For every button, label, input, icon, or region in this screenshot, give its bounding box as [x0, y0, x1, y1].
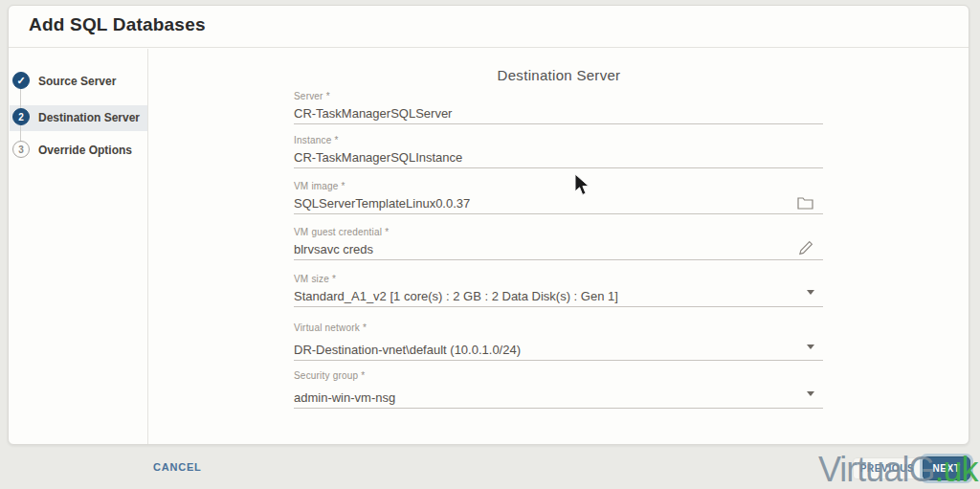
field-label: Security group * — [294, 370, 823, 382]
vm-image-field[interactable]: VM image * SQLServerTemplateLinux0.0.37 — [294, 181, 823, 214]
virtual-network-field[interactable]: Virtual network * DR-Destination-vnet\de… — [294, 322, 823, 361]
step-completed-circle: ✓ — [12, 72, 30, 89]
pencil-icon[interactable] — [799, 240, 813, 259]
sidebar-divider — [147, 49, 148, 444]
field-label: Virtual network * — [294, 322, 823, 334]
field-label: VM image * — [294, 181, 823, 192]
chevron-down-icon[interactable] — [807, 290, 814, 295]
vm-size-field[interactable]: VM size * Standard_A1_v2 [1 core(s) : 2 … — [294, 274, 823, 307]
form-heading: Destination Server — [147, 67, 970, 83]
field-label: Server * — [294, 91, 823, 102]
field-value: Standard_A1_v2 [1 core(s) : 2 GB : 2 Dat… — [294, 290, 823, 307]
dialog-title: Add SQL Databases — [29, 14, 206, 35]
chevron-down-icon[interactable] — [807, 391, 814, 396]
field-value: CR-TaskManagerSQLServer — [294, 107, 823, 124]
security-group-field[interactable]: Security group * admin-win-vm-nsg — [294, 370, 823, 409]
server-field[interactable]: Server * CR-TaskManagerSQLServer — [294, 91, 823, 124]
step-number-circle: 2 — [12, 108, 30, 125]
field-value: admin-win-vm-nsg — [294, 391, 823, 409]
step-number: 2 — [18, 112, 24, 122]
check-icon: ✓ — [16, 75, 25, 87]
step-number: 3 — [18, 144, 24, 155]
chevron-down-icon[interactable] — [807, 345, 814, 349]
field-label: VM guest credential * — [294, 227, 823, 238]
field-label: Instance * — [294, 135, 823, 146]
field-value: SQLServerTemplateLinux0.0.37 — [294, 197, 823, 214]
step-label: Override Options — [38, 144, 153, 157]
next-button[interactable]: NEXT — [923, 456, 970, 480]
vm-guest-credential-field[interactable]: VM guest credential * blrvsavc creds — [294, 227, 823, 260]
step-label: Destination Server — [38, 111, 153, 124]
folder-icon[interactable] — [797, 196, 813, 212]
step-label: Source Server — [38, 75, 153, 88]
field-value: DR-Destination-vnet\default (10.0.1.0/24… — [294, 344, 823, 361]
screen: Add SQL Databases ✓ Source Server 2 Dest… — [0, 0, 980, 489]
step-number-circle: 3 — [12, 141, 30, 158]
instance-field[interactable]: Instance * CR-TaskManagerSQLInstance — [294, 135, 823, 168]
field-value: CR-TaskManagerSQLInstance — [294, 151, 823, 168]
cancel-button[interactable]: CANCEL — [153, 461, 202, 473]
field-label: VM size * — [294, 274, 823, 285]
field-value: blrvsavc creds — [294, 243, 823, 260]
previous-button[interactable]: PREVIOUS — [853, 457, 922, 479]
